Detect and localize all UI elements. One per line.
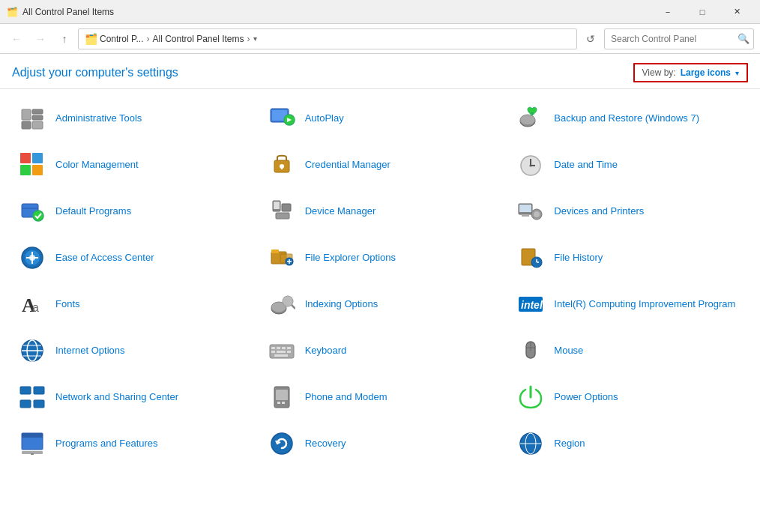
control-item-label-power-options: Power Options (554, 391, 618, 404)
address-bar: ← → ↑ 🗂️ Control P... › All Control Pane… (0, 24, 760, 54)
control-item-label-file-explorer: File Explorer Options (305, 252, 396, 265)
control-item-indexing-options[interactable]: Indexing Options (256, 281, 505, 327)
up-button[interactable]: ↑ (54, 28, 75, 49)
control-item-administrative-tools[interactable]: Administrative Tools (6, 95, 256, 142)
devices-icon (515, 196, 546, 227)
control-item-file-history[interactable]: File History (504, 235, 754, 281)
svg-rect-66 (287, 351, 291, 353)
forward-button[interactable]: → (30, 28, 51, 49)
internet-icon (16, 335, 48, 366)
path-icon: 🗂️ (85, 33, 97, 45)
control-item-programs-features[interactable]: Programs and Features (6, 420, 256, 467)
search-input[interactable] (604, 28, 754, 49)
svg-point-83 (271, 433, 292, 454)
svg-point-10 (520, 115, 535, 125)
control-item-label-programs-features: Programs and Features (55, 438, 158, 450)
control-item-mouse[interactable]: Mouse (504, 327, 754, 374)
control-item-credential-manager[interactable]: Credential Manager (256, 142, 505, 188)
file-hist-icon (515, 242, 546, 273)
address-path[interactable]: 🗂️ Control P... › All Control Panel Item… (78, 28, 577, 49)
svg-rect-26 (282, 204, 291, 211)
control-item-label-keyboard: Keyboard (305, 345, 347, 357)
backup-icon (515, 103, 546, 134)
items-grid: Administrative ToolsAutoPlayBackup and R… (6, 95, 754, 467)
control-item-label-phone-modem: Phone and Modem (305, 391, 387, 404)
path-separator-1: › (146, 34, 149, 44)
control-item-device-manager[interactable]: Device Manager (256, 188, 505, 235)
control-item-label-recovery: Recovery (305, 438, 346, 450)
path-dropdown-button[interactable]: ▾ (253, 34, 257, 43)
back-button[interactable]: ← (6, 28, 27, 49)
datetime-icon (515, 149, 546, 181)
svg-rect-77 (277, 402, 280, 404)
control-item-file-explorer[interactable]: File Explorer Options (256, 235, 505, 281)
control-item-backup-restore[interactable]: Backup and Restore (Windows 7) (504, 95, 754, 142)
keyboard-icon (266, 335, 298, 366)
phone-icon (266, 381, 298, 413)
svg-point-35 (29, 255, 35, 261)
svg-rect-25 (274, 202, 280, 209)
path-separator-2: › (247, 34, 250, 44)
control-item-region[interactable]: Region (504, 420, 754, 467)
control-item-autoplay[interactable]: AutoPlay (256, 95, 505, 142)
control-item-label-indexing-options: Indexing Options (305, 298, 379, 311)
svg-rect-60 (271, 347, 275, 349)
maximize-button[interactable]: □ (685, 0, 720, 24)
svg-rect-74 (34, 400, 44, 408)
control-item-recovery[interactable]: Recovery (256, 420, 505, 467)
view-by-value: Large icons (681, 67, 731, 78)
control-item-intel-computing[interactable]: intelIntel(R) Computing Improvement Prog… (504, 281, 754, 327)
view-by-selector[interactable]: View by: Large icons ▾ (633, 63, 749, 82)
svg-rect-78 (282, 402, 285, 404)
search-button[interactable]: 🔍 (738, 33, 750, 44)
search-wrapper: 🔍 (604, 28, 754, 49)
chevron-down-icon: ▾ (735, 69, 739, 77)
svg-rect-62 (282, 347, 286, 349)
control-item-label-devices-printers: Devices and Printers (554, 205, 644, 218)
control-item-label-default-programs: Default Programs (55, 205, 131, 218)
control-item-fonts[interactable]: AaFonts (6, 281, 256, 327)
control-item-network-sharing[interactable]: Network and Sharing Center (6, 374, 256, 420)
svg-rect-27 (276, 213, 289, 219)
close-button[interactable]: ✕ (720, 0, 754, 24)
control-item-date-time[interactable]: Date and Time (504, 142, 754, 188)
view-by-label: View by: (642, 67, 676, 78)
window-title: All Control Panel Items (22, 7, 114, 17)
svg-text:intel: intel (521, 299, 543, 311)
svg-point-50 (283, 296, 293, 306)
svg-rect-30 (522, 215, 529, 217)
control-item-label-mouse: Mouse (554, 345, 583, 357)
svg-point-23 (33, 211, 43, 221)
svg-rect-17 (281, 166, 283, 169)
control-item-color-management[interactable]: Color Management (6, 142, 256, 188)
default-icon (16, 196, 48, 227)
autoplay-icon (266, 103, 298, 134)
control-item-internet-options[interactable]: Internet Options (6, 327, 256, 374)
region-icon (515, 428, 546, 459)
programs-icon (16, 428, 48, 459)
svg-rect-63 (287, 347, 291, 349)
control-item-power-options[interactable]: Power Options (504, 374, 754, 420)
control-item-keyboard[interactable]: Keyboard (256, 327, 505, 374)
refresh-button[interactable]: ↺ (580, 28, 601, 49)
path-segment-2: All Control Panel Items (152, 34, 244, 44)
minimize-button[interactable]: − (651, 0, 685, 24)
control-item-label-credential-manager: Credential Manager (305, 159, 390, 172)
svg-rect-73 (20, 400, 31, 408)
control-item-ease-of-access[interactable]: Ease of Access Center (6, 235, 256, 281)
control-item-label-network-sharing: Network and Sharing Center (55, 391, 178, 404)
content-header: Adjust your computer's settings View by:… (0, 54, 760, 89)
control-item-label-administrative-tools: Administrative Tools (55, 112, 142, 125)
svg-rect-0 (22, 109, 31, 120)
svg-rect-71 (20, 387, 31, 394)
control-item-phone-modem[interactable]: Phone and Modem (256, 374, 505, 420)
svg-rect-65 (277, 351, 286, 353)
file-exp-icon (266, 242, 298, 273)
svg-rect-4 (32, 121, 43, 129)
control-item-default-programs[interactable]: Default Programs (6, 188, 256, 235)
svg-point-21 (530, 165, 532, 167)
control-item-devices-printers[interactable]: Devices and Printers (504, 188, 754, 235)
control-item-label-color-management: Color Management (55, 159, 139, 172)
svg-rect-3 (32, 115, 43, 120)
svg-rect-72 (34, 387, 44, 394)
